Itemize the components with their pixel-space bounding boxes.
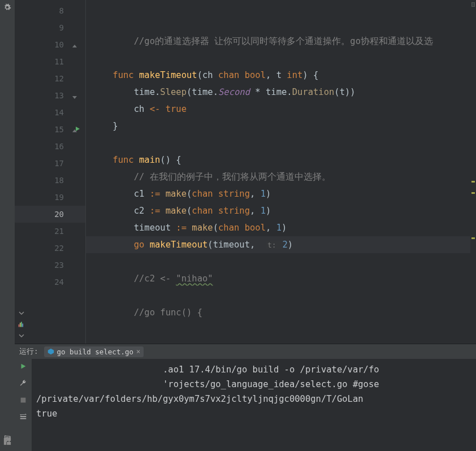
code-line[interactable]: //c2 <- "nihao" [86,270,476,287]
run-gutter-icon[interactable] [74,125,81,134]
gear-icon[interactable] [3,3,11,14]
svg-rect-1 [7,438,11,441]
line-number[interactable]: 17 [15,155,85,172]
line-number[interactable]: 20 [15,206,85,223]
code-line[interactable]: //go的通道选择器 让你可以同时等待多个通道操作。go协程和通道以及选 [86,33,476,50]
tool-strip: 结构 [0,0,15,451]
code-line[interactable]: ch <- true [86,101,476,118]
svg-rect-2 [7,442,11,445]
code-line[interactable]: func main() { [86,151,476,168]
fold-close-icon[interactable] [72,93,77,98]
code-line[interactable] [86,287,476,304]
code-line[interactable]: func makeTimeout(ch chan bool, t int) { [86,67,476,84]
fold-open-icon[interactable] [72,42,77,47]
code-line[interactable]: // 在我们的例子中，我们将从两个通道中选择。 [86,168,476,185]
chevron-down-icon[interactable] [18,331,25,341]
line-number[interactable]: 9 [15,19,85,36]
gutter[interactable]: 89101112131415161718192021222324 [15,0,86,344]
code-line[interactable]: time.Sleep(time.Second * time.Duration(t… [86,84,476,101]
line-number[interactable]: 22 [15,240,85,257]
marker-bar[interactable] [470,0,476,344]
gutter-bottom-controls [18,309,25,341]
line-number[interactable]: 14 [15,104,85,121]
line-number[interactable]: 16 [15,138,85,155]
svg-rect-5 [21,322,22,327]
run-panel-header: 运行: go build select.go × [15,344,476,359]
code-line[interactable]: //go func() { [86,304,476,321]
svg-rect-0 [4,438,6,445]
run-output[interactable]: .ao1 17.4/bin/go build -o /private/var/f… [32,359,476,451]
line-number[interactable]: 21 [15,223,85,240]
code-line[interactable]: c1 := make(chan string, 1) [86,185,476,202]
svg-rect-7 [21,398,26,403]
run-config-tab-label: go build select.go [57,348,133,356]
analyze-icon[interactable] [18,320,25,330]
chevron-down-icon[interactable] [18,309,25,319]
code-line[interactable]: go makeTimeout(timeout, t: 2) [86,236,476,253]
code-line[interactable]: } [86,118,476,135]
svg-rect-9 [20,418,27,419]
line-number[interactable]: 13 [15,87,85,104]
line-number[interactable]: 23 [15,257,85,274]
code-line[interactable] [86,135,476,151]
line-number[interactable]: 18 [15,172,85,189]
code-editor[interactable]: 89101112131415161718192021222324 / [15,0,476,344]
code-line[interactable] [86,253,476,270]
structure-tab[interactable]: 结构 [3,434,12,451]
line-number[interactable]: 10 [15,36,85,53]
code-line[interactable]: c2 := make(chan string, 1) [86,202,476,219]
line-number[interactable]: 11 [15,53,85,70]
stop-icon[interactable] [19,396,27,406]
code-body[interactable]: //go的通道选择器 让你可以同时等待多个通道操作。go协程和通道以及选 fun… [86,0,476,344]
svg-rect-6 [23,324,24,327]
code-line[interactable]: timeout := make(chan bool, 1) [86,219,476,236]
run-tool-buttons [15,359,32,451]
wrench-icon[interactable] [19,379,27,389]
line-number[interactable]: 12 [15,70,85,87]
line-number[interactable]: 15 [15,121,85,138]
close-icon[interactable]: × [136,348,140,355]
svg-rect-4 [20,323,21,327]
layout-icon[interactable] [19,413,27,423]
rerun-icon[interactable] [19,362,27,372]
run-panel-title: 运行: [19,347,38,357]
svg-rect-8 [20,416,27,417]
line-number[interactable]: 19 [15,189,85,206]
svg-rect-3 [19,324,20,327]
line-number[interactable]: 8 [15,2,85,19]
run-config-tab[interactable]: go build select.go × [44,346,144,357]
line-number[interactable]: 24 [15,274,85,290]
code-line[interactable] [86,50,476,67]
run-panel: 运行: go build select.go × .ao1 17.4/bin/g… [15,344,476,451]
